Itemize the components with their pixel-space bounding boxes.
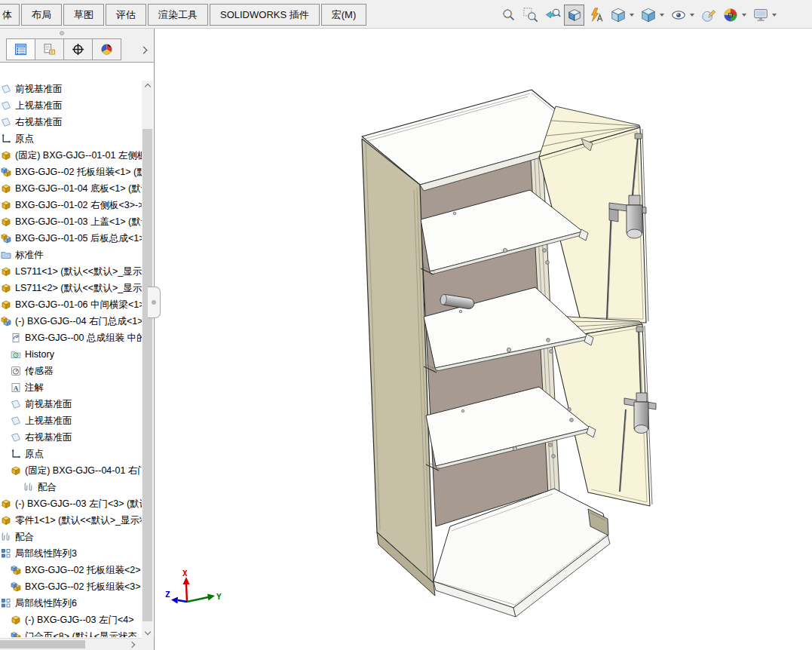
triad-y-label: Y [216,592,222,602]
scroll-up-arrow[interactable] [142,81,153,93]
model-screw [503,248,507,252]
tree-item[interactable]: (固定) BXG-GJG--01-01 左侧板 [0,147,142,164]
ribbon-tab-体[interactable]: 体 [0,4,20,26]
edit-appearance-icon[interactable] [698,5,719,26]
ribbon-tab-strip: 体布局草图评估渲染工具SOLIDWORKS 插件宏(M) [0,4,368,26]
view-settings-icon[interactable] [750,5,771,26]
tree-item[interactable]: BXG-GJG--01-02 右侧板<3>-> [0,197,142,213]
tree-item[interactable]: 右视基准面 [0,114,142,130]
tree-item-label: 上视基准面 [15,100,63,112]
zoom-to-fit-icon[interactable] [498,5,519,26]
tree-item[interactable]: 局部线性阵列6 [0,595,142,612]
ribbon-tab-宏(M)[interactable]: 宏(M) [321,4,367,26]
tree-item[interactable]: History [0,346,142,363]
tree-item[interactable]: BXG-GJG--01-04 底板<1> (默认 [0,180,142,197]
scrollbar-corner [142,638,154,650]
3d-drawing-view-icon[interactable] [586,5,606,26]
hide-show-items-icon[interactable] [668,5,688,26]
tree-item[interactable]: 上视基准面 [0,412,142,429]
tree-item[interactable]: 原点 [0,446,142,462]
scroll-down-arrow[interactable] [142,626,153,638]
tree-item[interactable]: BXG-GJG--02 托板组装<1> (默 [0,164,142,180]
scroll-right-arrow[interactable] [125,639,139,650]
triad-z-label: Z [165,590,170,599]
tree-item[interactable]: LS711<1> (默认<<默认>_显示 [0,263,142,280]
dropdown-arrow-icon[interactable] [630,14,634,17]
tree-item[interactable]: 上视基准面 [0,97,142,114]
tree-item-label: 注解 [25,382,44,394]
ribbon-tab-草图[interactable]: 草图 [63,4,104,26]
folder-icon [1,250,11,260]
featuremanager-tree-tab[interactable] [6,38,35,60]
part-icon [11,615,21,625]
pattern-icon [1,548,11,559]
dropdown-arrow-icon[interactable] [690,14,694,17]
zoom-to-area-icon[interactable] [520,5,541,26]
tree-item-label: LS711<2> (默认<<默认>_显示 [15,282,142,295]
configurationmanager-tab[interactable] [63,38,93,60]
cabinet-assembly-model[interactable] [362,90,656,617]
tree-item[interactable]: BXG-GJG--02 托板组装<3> [0,578,142,595]
tree-item[interactable]: 门合页<8> (默认<显示状态 [0,628,142,637]
panel-flyout-handle[interactable] [148,287,161,318]
dropdown-arrow-icon[interactable] [660,14,664,17]
model-canvas[interactable]: X Y Z [155,29,812,650]
tree-item[interactable]: BXG-GJG--01-06 中间横梁<1> [0,296,142,313]
tree-item[interactable]: (固定) BXG-GJG--04-01 右门 [0,462,142,479]
tree-item[interactable]: 右视基准面 [0,429,142,446]
tree-item[interactable]: LS711<2> (默认<<默认>_显示 [0,280,142,296]
tree-item[interactable]: (-) BXG-GJG--04 右门总成<1> [0,313,142,330]
propertymanager-tab[interactable] [35,38,64,60]
ribbon-tab-SOLIDWORKS 插件[interactable]: SOLIDWORKS 插件 [210,4,320,26]
tree-item[interactable]: BXG-GJG--01-05 后板总成<1> [0,230,142,247]
tree-item[interactable]: 原点 [0,130,142,147]
tree-item[interactable]: 前视基准面 [0,396,142,412]
model-screw [507,348,510,351]
ribbon-tab-评估[interactable]: 评估 [106,4,146,26]
tree-item[interactable]: BXG-GJG--01-03 上盖<1> (默认 [0,213,142,230]
section-view-icon[interactable] [564,5,584,26]
tree-vertical-scrollbar[interactable] [142,81,153,638]
plane-icon [11,399,21,409]
plane-icon [11,432,21,443]
tree-item[interactable]: (-) BXG-GJG--03 左门<3> (默认 [0,495,142,512]
dropdown-arrow-icon[interactable] [742,14,746,17]
ribbon-tab-渲染工具[interactable]: 渲染工具 [148,4,208,26]
mates-icon [1,532,11,542]
pattern-icon [1,598,11,609]
tree-item[interactable]: 局部线性阵列3 [0,545,142,562]
tree-item[interactable]: BXG-GJG--00 总成组装 中的 [0,330,142,346]
tree-item[interactable]: A注解 [0,379,142,396]
panel-splitter[interactable] [0,29,154,38]
apply-scene-icon[interactable] [720,5,740,26]
tree-horizontal-scrollbar[interactable] [0,638,142,650]
tree-item[interactable]: 配合 [0,529,142,545]
tree-item-label: BXG-GJG--01-05 后板总成<1> [15,232,142,245]
vertical-scroll-thumb[interactable] [142,129,152,621]
panel-expand-button[interactable] [137,41,149,58]
view-orientation-icon[interactable] [608,5,628,26]
previous-view-icon[interactable] [542,5,562,26]
display-style-icon[interactable] [638,5,658,26]
tree-item-label: BXG-GJG--01-03 上盖<1> (默认 [15,216,142,228]
annotations-icon: A [11,382,21,393]
part-icon [1,183,11,194]
ribbon-tab-布局[interactable]: 布局 [21,4,62,26]
tree-item[interactable]: BXG-GJG--02 托板组装<2> [0,562,142,578]
tree-item[interactable]: 零件1<1> (默认<<默认>_显示状 [0,512,142,529]
tree-item-label: 右视基准面 [15,116,63,129]
part-icon [11,465,21,476]
tree-item[interactable]: 配合 [0,479,142,495]
graphics-viewport[interactable]: X Y Z [155,29,812,650]
tree-item[interactable]: (-) BXG-GJG--03 左门<4> [0,612,142,628]
tree-item[interactable]: 标准件 [0,247,142,263]
displaymanager-icon [100,43,113,56]
displaymanager-tab[interactable] [92,38,121,60]
horizontal-scroll-thumb[interactable] [0,640,85,648]
tree-item-label: BXG-GJG--01-02 右侧板<3>-> [15,199,142,212]
assembly-icon [11,565,21,575]
tree-item[interactable]: 传感器 [0,363,142,379]
tree-item[interactable]: 前视基准面 [0,81,142,97]
dropdown-arrow-icon[interactable] [772,14,777,17]
part-icon [1,283,11,293]
